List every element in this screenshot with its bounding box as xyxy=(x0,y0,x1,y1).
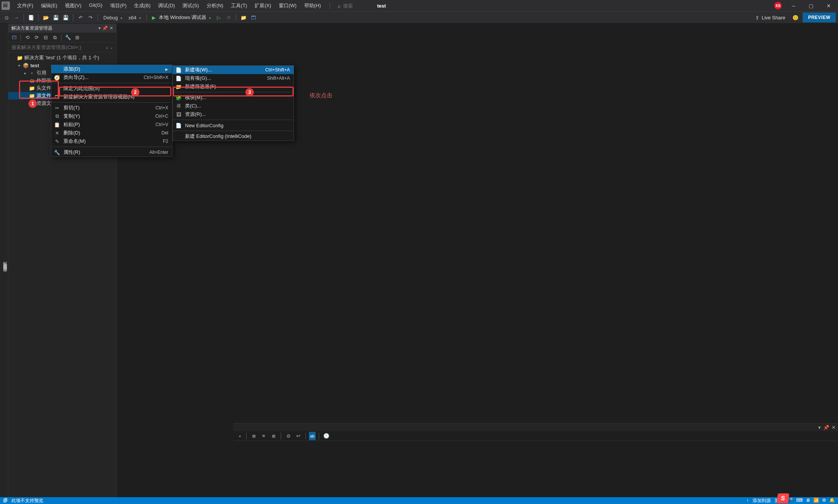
panel-close-icon[interactable]: ✕ xyxy=(832,425,836,430)
expand-icon[interactable]: ▾ xyxy=(17,63,21,68)
close-button[interactable]: ✕ xyxy=(823,1,834,10)
menu-Git(G)[interactable]: Git(G) xyxy=(85,1,106,11)
nav-fwd-button[interactable]: → xyxy=(12,13,21,22)
start-without-debug-button[interactable]: ▷ xyxy=(215,13,223,22)
tray-icon[interactable]: 🔔 xyxy=(829,498,835,504)
tray-icon[interactable]: ⚙ xyxy=(822,498,826,504)
ctx-resource[interactable]: 🖼资源(R)... xyxy=(173,110,294,118)
menu-帮助(H)[interactable]: 帮助(H) xyxy=(301,1,324,11)
maximize-button[interactable]: ▢ xyxy=(805,1,817,10)
ctx-rename[interactable]: ✎重命名(M)F2 xyxy=(51,137,172,145)
sync-button[interactable]: ⟲ xyxy=(23,33,32,42)
ctx-editorconfig-intellicode[interactable]: 新建 EditorConfig (IntelliCode) xyxy=(173,132,294,141)
panel-search[interactable]: ⌕ ▾ xyxy=(8,43,116,52)
menu-工具(T)[interactable]: 工具(T) xyxy=(228,1,251,11)
home-button[interactable]: ⮹ xyxy=(10,33,18,42)
ctx-copy[interactable]: ⧉复制(Y)Ctrl+C xyxy=(51,112,172,120)
menu-生成(B)[interactable]: 生成(B) xyxy=(131,1,154,11)
panel-pin-icon[interactable]: 📌 xyxy=(823,425,829,430)
feedback-button[interactable]: 🙂 xyxy=(791,13,800,22)
menu-item-label: 属性(R) xyxy=(63,149,137,156)
debug-target-button[interactable]: ⟳ xyxy=(225,13,233,22)
menu-item-icon: 류 xyxy=(175,103,182,109)
menu-文件(F)[interactable]: 文件(F) xyxy=(14,1,37,11)
ctx-add[interactable]: 添加(D)▶ xyxy=(51,65,172,73)
tray-icon[interactable]: ⌨ xyxy=(796,498,803,504)
menu-项目(P)[interactable]: 项目(P) xyxy=(107,1,130,11)
undo-button[interactable]: ↶ xyxy=(76,13,85,22)
output-panel: ▾ 📌 ✕ ≣ ≡ ≣ ⊘ ↩ ab 🕘 xyxy=(233,423,838,497)
open-button[interactable]: 📂 xyxy=(42,13,50,22)
new-project-button[interactable]: 📑 xyxy=(27,13,35,22)
ctx-delete[interactable]: ✕删除(D)Del xyxy=(51,129,172,137)
solution-node[interactable]: 📁解决方案 'test' (1 个项目，共 1 个) xyxy=(8,54,116,62)
ctx-scope[interactable]: 限定为此范围(S) xyxy=(51,84,172,93)
source-control-text[interactable]: 添加到源 xyxy=(753,498,771,504)
panel-pin-icon[interactable]: 📌 xyxy=(102,25,108,31)
save-all-button[interactable]: 💾 xyxy=(62,13,70,22)
output-btn-3[interactable]: ≣ xyxy=(269,432,278,440)
refresh-button[interactable]: ⟳ xyxy=(32,33,41,42)
ctx-class[interactable]: 류类(C)... xyxy=(173,102,294,110)
ctx-new-item[interactable]: 📄新建项(W)...Ctrl+Shift+A xyxy=(173,66,294,74)
ctx-class-wizard[interactable]: 🧭类向导(Z)...Ctrl+Shift+X xyxy=(51,73,172,82)
save-button[interactable]: 💾 xyxy=(52,13,60,22)
ctx-cut[interactable]: ✂剪切(T)Ctrl+X xyxy=(51,104,172,112)
menu-测试(S)[interactable]: 测试(S) xyxy=(179,1,202,11)
panel-close-icon[interactable]: ✕ xyxy=(109,25,113,31)
source-control-up-icon[interactable]: ↑ xyxy=(746,498,749,503)
menu-视图(V)[interactable]: 视图(V) xyxy=(62,1,85,11)
menu-item-shortcut: Ctrl+Shift+A xyxy=(265,67,290,73)
preview-button[interactable]: PREVIEW xyxy=(803,13,836,22)
collapse-button[interactable]: ⊟ xyxy=(41,33,50,42)
menu-编辑(E)[interactable]: 编辑(E) xyxy=(38,1,61,11)
tray-icon[interactable]: 🖥 xyxy=(806,498,810,504)
menu-item-shortcut: Ctrl+X xyxy=(155,105,168,111)
panel-search-input[interactable] xyxy=(11,44,106,50)
redo-button[interactable]: ↷ xyxy=(86,13,95,22)
platform-dropdown[interactable]: x64 xyxy=(126,14,143,21)
properties-button[interactable]: 🔧 xyxy=(64,33,72,42)
ctx-existing-item[interactable]: 📄现有项(G)...Shift+Alt+A xyxy=(173,74,294,82)
preview-toggle-button[interactable]: ⊞ xyxy=(73,33,81,42)
output-btn-2[interactable]: ≡ xyxy=(259,432,268,440)
menu-调试(D)[interactable]: 调试(D) xyxy=(155,1,178,11)
folder-icon: 📁 xyxy=(29,93,35,99)
title-search-input[interactable] xyxy=(343,3,370,9)
folder-icon: 📁 xyxy=(17,55,23,61)
toggle-panel-button[interactable]: 🗔 xyxy=(249,13,258,22)
minimize-button[interactable]: ─ xyxy=(788,1,799,10)
menu-分析(N)[interactable]: 分析(N) xyxy=(203,1,227,11)
menu-item-label: 现有项(G)... xyxy=(185,75,255,82)
menu-窗口(W)[interactable]: 窗口(W) xyxy=(275,1,300,11)
panel-dropdown-icon[interactable]: ▾ xyxy=(818,425,821,430)
panel-dropdown-icon[interactable]: ▾ xyxy=(98,25,101,31)
live-share-button[interactable]: ⇪ Live Share xyxy=(752,13,788,22)
user-avatar[interactable]: XS xyxy=(774,2,782,9)
output-source-dropdown[interactable] xyxy=(236,432,243,439)
ime-indicator[interactable]: S xyxy=(776,493,789,503)
output-btn-1[interactable]: ≣ xyxy=(250,432,258,440)
config-dropdown[interactable]: Debug xyxy=(101,14,125,21)
output-clock-button[interactable]: 🕘 xyxy=(322,432,330,440)
ctx-new-filter[interactable]: 📁新建筛选器(F) xyxy=(173,82,294,91)
title-search[interactable]: ⌕ xyxy=(338,3,370,9)
start-debug-button[interactable]: ▶ 本地 Windows 调试器 xyxy=(150,13,213,22)
menu-扩展(X)[interactable]: 扩展(X) xyxy=(251,1,274,11)
menu-item-shortcut: Ctrl+Shift+X xyxy=(144,75,168,80)
sidebar-tab[interactable]: 解决方案资源管理器 xyxy=(0,24,8,497)
folder-browse-button[interactable]: 📁 xyxy=(239,13,248,22)
show-all-button[interactable]: ⧉ xyxy=(51,33,59,42)
ctx-properties[interactable]: 🔧属性(R)Alt+Enter xyxy=(51,148,172,156)
ctx-new-editorconfig[interactable]: 📄New EditorConfig xyxy=(173,121,294,130)
output-clear-button[interactable]: ⊘ xyxy=(284,432,293,440)
output-wrap-button[interactable]: ↩ xyxy=(294,432,302,440)
output-code-button[interactable]: ab xyxy=(309,432,316,440)
title-bar: 文件(F)编辑(E)视图(V)Git(G)项目(P)生成(B)调试(D)测试(S… xyxy=(0,0,838,11)
ctx-paste[interactable]: 📋粘贴(P)Ctrl+V xyxy=(51,120,172,129)
nav-back-button[interactable]: ⊙ xyxy=(2,13,11,22)
ctx-new-view[interactable]: 🗔新建解决方案资源管理器视图(N) xyxy=(51,93,172,101)
tray-icon[interactable]: 📶 xyxy=(813,498,819,504)
ctx-module[interactable]: 🧩模块(M)... xyxy=(173,93,294,102)
expand-icon[interactable]: ▸ xyxy=(23,71,27,75)
